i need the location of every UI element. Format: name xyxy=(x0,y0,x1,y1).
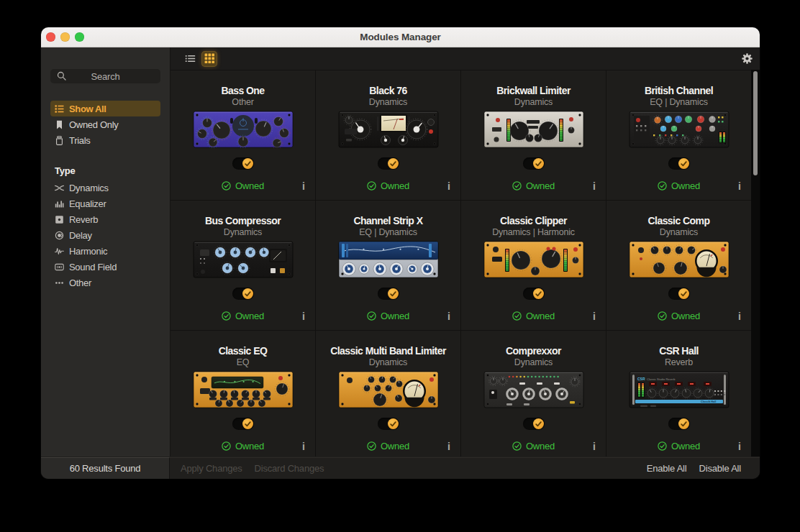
module-image xyxy=(171,241,315,278)
content: Bass OneOtherOwnediBlack 76DynamicsOwned… xyxy=(171,70,760,457)
module-enable-toggle[interactable] xyxy=(668,418,690,430)
module-enable-toggle[interactable] xyxy=(378,288,399,300)
owned-check-icon xyxy=(367,181,376,191)
svg-text:CSR: CSR xyxy=(637,377,645,381)
sidebar-item-label: Owned Only xyxy=(69,119,119,130)
module-enable-toggle[interactable] xyxy=(668,288,690,300)
module-info-button[interactable]: i xyxy=(591,441,598,452)
module-info-button[interactable]: i xyxy=(445,180,453,192)
module-info-button[interactable]: i xyxy=(300,441,307,452)
owned-label: Owned xyxy=(526,441,555,451)
module-enable-toggle[interactable] xyxy=(523,418,545,430)
enable-all-button[interactable]: Enable All xyxy=(647,463,687,474)
module-info-button[interactable]: i xyxy=(736,180,743,192)
module-card: ComprexxorDynamicsOwnedi xyxy=(461,331,606,457)
type-list: DynamicsEqualizerReverbDelayHarmonicSoun… xyxy=(50,180,160,290)
module-enable-toggle[interactable] xyxy=(232,418,254,430)
module-status-row: Ownedi xyxy=(461,180,606,192)
sidebar-item-harmonic[interactable]: Harmonic xyxy=(50,243,160,259)
sidebar-item-sound-field[interactable]: Sound Field xyxy=(50,259,160,275)
module-info-button[interactable]: i xyxy=(736,311,743,322)
owned-status: Owned xyxy=(171,311,315,321)
title-bar[interactable]: Modules Manager xyxy=(41,27,760,47)
owned-label: Owned xyxy=(381,180,409,191)
module-enable-toggle[interactable] xyxy=(232,157,254,170)
module-card: Bass OneOtherOwnedi xyxy=(171,70,315,200)
app-body: Search Show AllOwned OnlyTrials Type Dyn… xyxy=(41,47,760,457)
sidebar-item-reverb[interactable]: Reverb xyxy=(50,211,160,227)
grid-view-button[interactable] xyxy=(201,51,217,67)
sidebar-item-other[interactable]: Other xyxy=(50,275,160,290)
owned-check-icon xyxy=(512,311,522,321)
sidebar-item-show-all[interactable]: Show All xyxy=(50,101,160,116)
module-title: Classic Multi Band Limiter xyxy=(316,345,460,357)
module-enable-toggle[interactable] xyxy=(378,418,399,430)
module-enable-toggle[interactable] xyxy=(523,288,545,300)
ellipsis-icon xyxy=(55,278,64,288)
search-input[interactable]: Search xyxy=(50,69,160,83)
discard-changes-button[interactable]: Discard Changes xyxy=(255,463,324,474)
owned-check-icon xyxy=(512,441,522,451)
owned-status: Owned xyxy=(461,441,606,451)
toggle-knob xyxy=(242,158,253,169)
module-info-button[interactable]: i xyxy=(736,441,743,452)
module-info-button[interactable]: i xyxy=(445,441,453,452)
module-info-button[interactable]: i xyxy=(591,311,598,322)
zoom-button[interactable] xyxy=(75,32,84,42)
sidebar-item-owned-only[interactable]: Owned Only xyxy=(50,116,160,132)
sidebar-item-label: Show All xyxy=(69,104,106,114)
owned-check-icon xyxy=(658,311,667,321)
owned-status: Owned xyxy=(171,180,315,191)
module-enable-toggle[interactable] xyxy=(378,157,399,170)
compressor-icon xyxy=(55,183,64,193)
module-card: Classic ClipperDynamics | HarmonicOwnedi xyxy=(461,201,606,330)
module-enable-toggle[interactable] xyxy=(668,157,690,170)
module-type: EQ | Dynamics xyxy=(606,97,751,107)
toggle-knob xyxy=(533,288,544,299)
minimize-button[interactable] xyxy=(60,32,70,42)
module-image xyxy=(461,241,606,278)
module-enable-toggle[interactable] xyxy=(232,288,254,300)
sidebar-item-trials[interactable]: Trials xyxy=(50,132,160,148)
close-button[interactable] xyxy=(46,32,55,42)
owned-check-icon xyxy=(658,181,667,191)
toggle-knob xyxy=(388,288,399,299)
owned-status: Owned xyxy=(606,180,751,191)
settings-button[interactable] xyxy=(739,51,755,67)
module-title: Black 76 xyxy=(316,85,460,96)
sidebar-item-dynamics[interactable]: Dynamics xyxy=(50,180,160,196)
module-type: Other xyxy=(171,97,315,107)
owned-check-icon xyxy=(222,441,231,451)
scrollbar-track[interactable] xyxy=(751,70,760,457)
module-info-button[interactable]: i xyxy=(445,311,453,322)
search-icon xyxy=(57,71,66,81)
module-image: CSRClassic Studio ReverbClassik Hall xyxy=(606,371,751,408)
module-image xyxy=(461,371,606,408)
owned-check-icon xyxy=(222,181,231,191)
svg-text:Classic Studio Reverb: Classic Studio Reverb xyxy=(647,377,676,381)
equalizer-icon xyxy=(55,199,64,208)
owned-status: Owned xyxy=(316,441,460,451)
owned-check-icon xyxy=(658,441,667,451)
module-image xyxy=(316,241,460,278)
module-status-row: Ownedi xyxy=(461,311,606,322)
owned-status: Owned xyxy=(461,311,606,321)
sidebar-item-delay[interactable]: Delay xyxy=(50,227,160,243)
module-type: EQ | Dynamics xyxy=(316,227,460,237)
module-info-button[interactable]: i xyxy=(591,180,598,192)
list-view-icon xyxy=(185,54,196,63)
module-status-row: Ownedi xyxy=(606,180,751,192)
module-card: Brickwall LimiterDynamicsOwnedi xyxy=(461,70,606,200)
list-view-button[interactable] xyxy=(182,51,198,67)
owned-label: Owned xyxy=(526,180,555,191)
module-enable-toggle[interactable] xyxy=(523,157,545,170)
sound-field-icon xyxy=(55,262,64,272)
sidebar-item-equalizer[interactable]: Equalizer xyxy=(50,196,160,211)
module-image xyxy=(171,371,315,408)
module-info-button[interactable]: i xyxy=(300,311,307,322)
module-info-button[interactable]: i xyxy=(300,180,307,192)
owned-status: Owned xyxy=(171,441,315,451)
scrollbar-thumb[interactable] xyxy=(753,71,758,175)
apply-changes-button[interactable]: Apply Changes xyxy=(181,463,242,474)
disable-all-button[interactable]: Disable All xyxy=(699,463,742,474)
